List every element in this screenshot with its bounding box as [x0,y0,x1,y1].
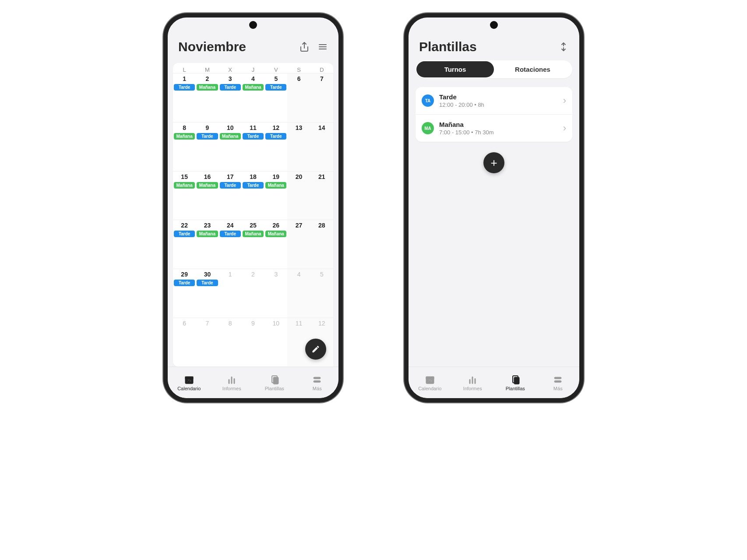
dow-label: L [173,66,196,73]
segment-turnos[interactable]: Turnos [416,61,494,77]
nav-label: Más [553,386,563,391]
calendar-day[interactable]: 4 [287,269,310,318]
calendar-day[interactable]: 8Mañana [173,122,196,171]
chevron-right-icon: › [563,95,566,106]
template-row[interactable]: TATarde12:00 - 20:00 • 8h› [416,87,572,115]
calendar-day[interactable]: 4Mañana [242,74,264,122]
day-number: 28 [310,222,333,229]
day-number: 9 [196,124,218,131]
add-button[interactable]: + [483,152,504,173]
camera-notch [249,21,257,29]
nav-plantillas[interactable]: Plantillas [253,367,296,398]
shift-pill: Tarde [174,231,195,237]
templates-icon [510,374,521,385]
day-number: 6 [287,75,310,82]
day-number: 30 [196,271,218,278]
calendar-day[interactable]: 28 [310,220,333,269]
calendar-day[interactable]: 11Tarde [242,122,264,171]
calendar-day[interactable]: 30Tarde [196,269,218,318]
day-number: 3 [219,75,242,82]
day-number: 18 [242,173,264,180]
nav-plantillas[interactable]: Plantillas [494,367,537,398]
day-number: 5 [310,271,333,278]
calendar-day[interactable]: 6 [287,74,310,122]
segment-control: Turnos Rotaciones [416,60,572,78]
template-row[interactable]: MAMañana7:00 - 15:00 • 7h 30m› [416,115,572,142]
segment-rotaciones[interactable]: Rotaciones [494,61,571,77]
day-number: 7 [310,75,333,82]
nav-mas[interactable]: Más [537,367,580,398]
day-number: 8 [173,124,196,131]
shift-pill: Tarde [243,133,264,140]
menu-icon[interactable] [317,42,328,52]
calendar-day[interactable]: 9 [242,318,264,367]
calendar-day[interactable]: 5Tarde [264,74,287,122]
calendar-day[interactable]: 24Tarde [219,220,242,269]
calendar-day[interactable]: 21 [310,172,333,220]
calendar-day[interactable]: 15Mañana [173,172,196,220]
shift-pill: Mañana [174,133,195,140]
day-number: 16 [196,173,218,180]
calendar-card: LMXJVSD 1Tarde2Mañana3Tarde4Mañana5Tarde… [173,63,333,367]
nav-informes[interactable]: Informes [451,367,494,398]
calendar-day[interactable]: 9Tarde [196,122,218,171]
calendar-day[interactable]: 7 [310,74,333,122]
calendar-day[interactable]: 23Mañana [196,220,218,269]
calendar-day[interactable]: 7 [196,318,218,367]
calendar-day[interactable]: 12Tarde [264,122,287,171]
calendar-day[interactable]: 2Mañana [196,74,218,122]
dow-label: M [196,66,218,73]
calendar-day[interactable]: 3 [264,269,287,318]
page-title: Noviembre [178,39,246,54]
calendar-day[interactable]: 3Tarde [219,74,242,122]
page-title: Plantillas [419,39,477,54]
nav-calendario[interactable]: 25 Calendario [409,367,451,398]
svg-text:25: 25 [428,378,432,383]
calendar-day[interactable]: 16Mañana [196,172,218,220]
sort-icon[interactable] [558,42,569,52]
day-number: 15 [173,173,196,180]
day-number: 3 [264,271,287,278]
edit-button[interactable] [305,339,326,360]
shift-pill: Mañana [197,182,218,189]
svg-rect-24 [554,377,561,379]
day-of-week-row: LMXJVSD [173,63,333,73]
svg-rect-11 [273,377,278,384]
day-number: 4 [242,75,264,82]
day-number: 22 [173,222,196,229]
calendar-day[interactable]: 29Tarde [173,269,196,318]
nav-calendario[interactable]: 25 Calendario [168,367,211,398]
calendar-week: 29Tarde30Tarde12345 [173,269,333,318]
calendar-day[interactable]: 27 [287,220,310,269]
calendar-day[interactable]: 5 [310,269,333,318]
calendar-day[interactable]: 10 [264,318,287,367]
day-number: 17 [219,173,242,180]
calendar-day[interactable]: 14 [310,122,333,171]
day-number: 6 [173,320,196,327]
calendar-day[interactable]: 6 [173,318,196,367]
shift-pill: Mañana [265,182,286,189]
calendar-day[interactable]: 1Tarde [173,74,196,122]
calendar-day[interactable]: 2 [242,269,264,318]
template-subtitle: 12:00 - 20:00 • 8h [439,102,558,108]
shift-pill: Mañana [197,84,218,91]
share-icon[interactable] [299,42,310,52]
calendar-day[interactable]: 26Mañana [264,220,287,269]
calendar-day[interactable]: 19Mañana [264,172,287,220]
calendar-day[interactable]: 1 [219,269,242,318]
calendar-day[interactable]: 17Tarde [219,172,242,220]
calendar-day[interactable]: 22Tarde [173,220,196,269]
calendar-day[interactable]: 13 [287,122,310,171]
nav-informes[interactable]: Informes [211,367,254,398]
dow-label: X [219,66,242,73]
svg-rect-12 [314,377,321,379]
calendar-day[interactable]: 10Mañana [219,122,242,171]
day-number: 9 [242,320,264,327]
shift-pill: Tarde [243,182,264,189]
calendar-day[interactable]: 20 [287,172,310,220]
day-number: 21 [310,173,333,180]
nav-mas[interactable]: Más [296,367,339,398]
calendar-day[interactable]: 25Mañana [242,220,264,269]
calendar-day[interactable]: 18Tarde [242,172,264,220]
calendar-day[interactable]: 8 [219,318,242,367]
